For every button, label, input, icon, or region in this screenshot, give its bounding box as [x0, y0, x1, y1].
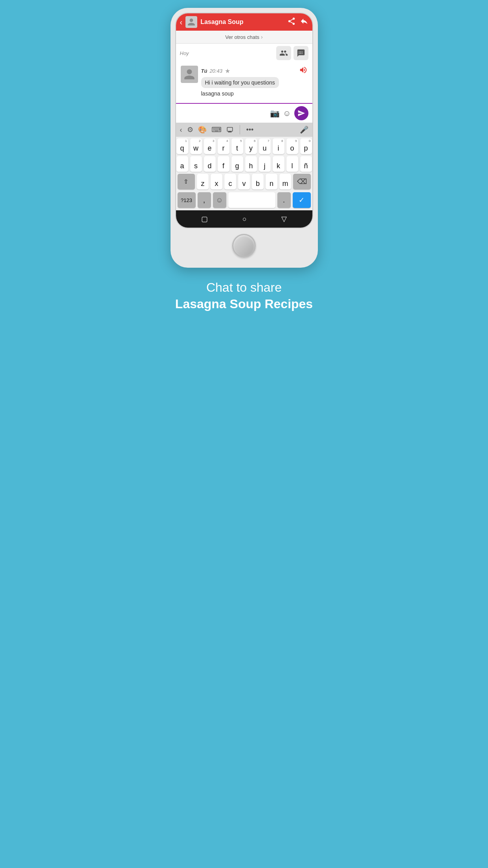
key-q[interactable]: 1q — [176, 138, 188, 154]
key-emoji-bottom[interactable]: ☺ — [213, 192, 226, 208]
phone-frame: ‹ Lasagna Soup Ver otros chats › — [171, 8, 318, 268]
message-bubble: Hi i waiting for you questions — [201, 77, 279, 88]
kb-mic-button[interactable]: 🎤 — [300, 125, 308, 134]
key-o[interactable]: 9o — [286, 138, 298, 154]
otros-chats-label: Ver otros chats — [225, 34, 259, 40]
avatar-icon — [187, 18, 196, 26]
header-avatar — [185, 16, 197, 28]
camera-button[interactable]: 📷 — [270, 108, 280, 118]
key-x[interactable]: x — [211, 174, 222, 189]
input-row: 📷 ☺ — [176, 103, 312, 123]
app-title: Lasagna Soup — [200, 18, 287, 26]
kb-back-button[interactable]: ‹ — [180, 126, 182, 134]
key-c[interactable]: c — [224, 174, 236, 189]
keyboard-rows: 1q 2w 3e 4r 5t 6y 7u 8i 9o 0p a s — [176, 137, 312, 192]
keyboard-toolbar: ‹ ⚙ 🎨 ⌨ ••• 🎤 — [176, 123, 312, 137]
bottom-text-section: Chat to share Lasagna Soup Recipes — [167, 268, 321, 324]
nav-back-button[interactable]: ▽ — [281, 215, 287, 223]
bottom-line1: Chat to share — [206, 280, 282, 294]
key-z[interactable]: z — [197, 174, 209, 189]
key-y[interactable]: 6y — [245, 138, 257, 154]
sound-icon[interactable] — [299, 66, 308, 76]
key-u[interactable]: 7u — [259, 138, 271, 154]
otros-chats-bar[interactable]: Ver otros chats › — [176, 31, 312, 44]
key-backspace[interactable]: ⌫ — [293, 174, 311, 189]
key-e[interactable]: 3e — [204, 138, 216, 154]
send-button[interactable] — [294, 106, 308, 120]
key-w[interactable]: 2w — [190, 138, 202, 154]
chevron-right-icon: › — [261, 34, 263, 40]
kb-separator — [240, 125, 240, 134]
key-n-tilde[interactable]: ñ — [300, 156, 312, 172]
key-123[interactable]: ?123 — [178, 192, 196, 208]
message-row: Tú 20:43 ★ Hi i waiting for you question… — [181, 66, 308, 97]
key-j[interactable]: j — [259, 156, 271, 172]
message-topic: lasagna soup — [201, 90, 308, 97]
message-avatar — [181, 66, 198, 83]
key-space[interactable] — [228, 192, 275, 208]
contact-button[interactable] — [294, 46, 308, 60]
message-time: 20:43 — [209, 68, 222, 74]
app-header: ‹ Lasagna Soup — [176, 13, 312, 31]
key-v[interactable]: v — [238, 174, 250, 189]
chat-input[interactable] — [180, 110, 267, 117]
groups-button[interactable] — [276, 46, 291, 60]
emoji-button[interactable]: ☺ — [283, 109, 291, 118]
nav-home-button[interactable]: ○ — [242, 215, 247, 223]
key-g[interactable]: g — [231, 156, 243, 172]
key-f[interactable]: f — [218, 156, 229, 172]
key-h[interactable]: h — [245, 156, 257, 172]
message-content: Tú 20:43 ★ Hi i waiting for you question… — [201, 66, 308, 97]
key-comma[interactable]: , — [198, 192, 211, 208]
key-a[interactable]: a — [176, 156, 188, 172]
key-l[interactable]: l — [286, 156, 298, 172]
key-n[interactable]: n — [266, 174, 277, 189]
back-button[interactable]: ‹ — [180, 18, 183, 27]
android-nav-bar: ▢ ○ ▽ — [176, 210, 312, 228]
key-m[interactable]: m — [279, 174, 291, 189]
key-period[interactable]: . — [277, 192, 291, 208]
key-shift[interactable]: ⇧ — [178, 174, 195, 189]
kb-more-button[interactable]: ••• — [246, 126, 254, 134]
keyboard-area: ‹ ⚙ 🎨 ⌨ ••• 🎤 1q 2w — [176, 123, 312, 228]
user-avatar-icon — [183, 68, 196, 81]
bottom-line2: Lasagna Soup Recipes — [175, 297, 313, 311]
action-buttons-row — [276, 46, 308, 60]
kb-screen-button[interactable] — [226, 126, 233, 133]
phone-screen: ‹ Lasagna Soup Ver otros chats › — [175, 13, 313, 228]
key-s[interactable]: s — [190, 156, 202, 172]
key-t[interactable]: 5t — [231, 138, 243, 154]
message-sender: Tú — [201, 68, 207, 74]
key-p[interactable]: 0p — [300, 138, 312, 154]
keyboard-bottom-row: ?123 , ☺ . ✓ — [176, 192, 312, 210]
key-row-2: a s d f g h j k l ñ — [178, 156, 311, 172]
key-i[interactable]: 8i — [273, 138, 284, 154]
nav-recents-button[interactable]: ▢ — [201, 215, 208, 223]
key-k[interactable]: k — [273, 156, 284, 172]
phone-home-button[interactable] — [232, 234, 256, 257]
key-row-1: 1q 2w 3e 4r 5t 6y 7u 8i 9o 0p — [178, 138, 311, 154]
message-meta: Tú 20:43 ★ — [201, 66, 308, 76]
key-b[interactable]: b — [252, 174, 264, 189]
kb-settings-button[interactable]: ⚙ — [187, 125, 193, 134]
kb-keyboard-button[interactable]: ⌨ — [211, 125, 222, 134]
chat-area: Tú 20:43 ★ Hi i waiting for you question… — [176, 63, 312, 103]
share-button[interactable] — [287, 17, 296, 28]
key-row-3: ⇧ z x c v b n m ⌫ — [178, 174, 311, 189]
star-icon[interactable]: ★ — [225, 67, 230, 75]
send-icon — [297, 109, 305, 117]
key-enter[interactable]: ✓ — [293, 192, 311, 208]
key-d[interactable]: d — [204, 156, 216, 172]
key-r[interactable]: 4r — [218, 138, 229, 154]
kb-palette-button[interactable]: 🎨 — [198, 125, 207, 134]
exit-button[interactable] — [300, 17, 308, 28]
date-label: Hoy — [180, 50, 189, 56]
